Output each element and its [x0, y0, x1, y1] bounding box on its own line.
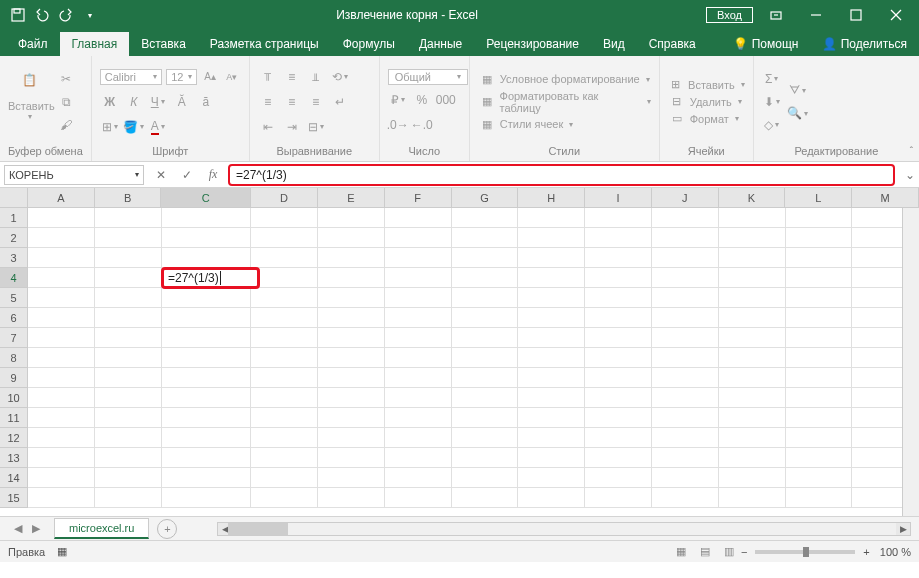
underline-button[interactable]: Ч▾	[148, 92, 168, 112]
tab-file[interactable]: Файл	[6, 32, 60, 56]
qat-dropdown-icon[interactable]: ▾	[82, 7, 98, 23]
border-icon[interactable]: ⊞▾	[100, 117, 120, 137]
save-icon[interactable]	[10, 7, 26, 23]
cells-area[interactable]: =27^(1/3)	[28, 208, 919, 508]
tab-review[interactable]: Рецензирование	[474, 32, 591, 56]
row-header[interactable]: 9	[0, 368, 28, 388]
column-header[interactable]: K	[719, 188, 786, 207]
formula-input[interactable]: =27^(1/3)	[228, 164, 895, 186]
increase-font-icon[interactable]: A▴	[201, 67, 219, 87]
ribbon-options-icon[interactable]	[759, 0, 793, 30]
find-icon[interactable]: 🔍▾	[788, 103, 808, 123]
italic-button[interactable]: К	[124, 92, 144, 112]
tab-layout[interactable]: Разметка страницы	[198, 32, 331, 56]
row-header[interactable]: 3	[0, 248, 28, 268]
row-header[interactable]: 14	[0, 468, 28, 488]
copy-icon[interactable]: ⧉	[56, 92, 76, 112]
zoom-slider[interactable]	[755, 550, 855, 554]
column-header[interactable]: A	[28, 188, 95, 207]
bold-button[interactable]: Ж	[100, 92, 120, 112]
increase-decimal-icon[interactable]: .0→	[388, 115, 408, 135]
paste-button[interactable]: 📋 Вставить ▾	[8, 60, 50, 143]
scroll-right-icon[interactable]: ▶	[896, 523, 910, 535]
row-header[interactable]: 8	[0, 348, 28, 368]
tab-formulas[interactable]: Формулы	[331, 32, 407, 56]
row-header[interactable]: 12	[0, 428, 28, 448]
view-normal-icon[interactable]: ▦	[669, 545, 693, 558]
collapse-ribbon-icon[interactable]: ˆ	[910, 146, 913, 157]
column-header[interactable]: J	[652, 188, 719, 207]
tab-insert[interactable]: Вставка	[129, 32, 198, 56]
row-header[interactable]: 6	[0, 308, 28, 328]
scroll-thumb[interactable]	[228, 523, 288, 535]
align-top-icon[interactable]: ⫪	[258, 67, 278, 87]
name-box[interactable]: КОРЕНЬ▾	[4, 165, 144, 185]
row-header[interactable]: 7	[0, 328, 28, 348]
column-header[interactable]: M	[852, 188, 919, 207]
row-header[interactable]: 10	[0, 388, 28, 408]
minimize-button[interactable]	[799, 0, 833, 30]
tab-view[interactable]: Вид	[591, 32, 637, 56]
orientation-icon[interactable]: ⟲▾	[330, 67, 350, 87]
zoom-level[interactable]: 100 %	[880, 546, 911, 558]
row-header[interactable]: 11	[0, 408, 28, 428]
login-button[interactable]: Вход	[706, 7, 753, 23]
vertical-scrollbar[interactable]	[902, 208, 919, 516]
column-header[interactable]: C	[161, 188, 251, 207]
sheet-tab-active[interactable]: microexcel.ru	[54, 518, 149, 539]
enter-formula-button[interactable]: ✓	[174, 168, 200, 182]
fill-icon[interactable]: ⬇▾	[762, 92, 782, 112]
column-header[interactable]: I	[585, 188, 652, 207]
wrap-text-icon[interactable]: ↵	[330, 92, 350, 112]
sheet-next-icon[interactable]: ▶	[32, 522, 40, 535]
select-all-corner[interactable]	[0, 188, 28, 207]
column-header[interactable]: G	[452, 188, 519, 207]
autosum-icon[interactable]: Σ▾	[762, 69, 782, 89]
column-header[interactable]: D	[251, 188, 318, 207]
row-header[interactable]: 2	[0, 228, 28, 248]
format-cells-button[interactable]: ▭Формат▾	[668, 111, 745, 126]
macro-record-icon[interactable]: ▦	[57, 545, 67, 558]
tab-tell-me[interactable]: 💡 Помощн	[721, 32, 810, 56]
zoom-in-button[interactable]: +	[863, 546, 869, 558]
decrease-indent-icon[interactable]: ⇤	[258, 117, 278, 137]
align-right-icon[interactable]: ≡	[306, 92, 326, 112]
zoom-out-button[interactable]: −	[741, 546, 747, 558]
font-name-select[interactable]: Calibri▾	[100, 69, 163, 85]
row-header[interactable]: 1	[0, 208, 28, 228]
decrease-decimal-icon[interactable]: ←.0	[412, 115, 432, 135]
sheet-prev-icon[interactable]: ◀	[14, 522, 22, 535]
increase-font-2-icon[interactable]: Ă	[172, 92, 192, 112]
close-button[interactable]	[879, 0, 913, 30]
align-center-icon[interactable]: ≡	[282, 92, 302, 112]
undo-icon[interactable]	[34, 7, 50, 23]
tab-help[interactable]: Справка	[637, 32, 708, 56]
column-header[interactable]: E	[318, 188, 385, 207]
decrease-font-icon[interactable]: A▾	[223, 67, 241, 87]
tab-home[interactable]: Главная	[60, 32, 130, 56]
align-middle-icon[interactable]: ≡	[282, 67, 302, 87]
sort-filter-icon[interactable]: ᗊ▾	[788, 80, 808, 100]
active-cell-editor[interactable]: =27^(1/3)	[161, 267, 260, 289]
view-page-layout-icon[interactable]: ▤	[693, 545, 717, 558]
align-left-icon[interactable]: ≡	[258, 92, 278, 112]
maximize-button[interactable]	[839, 0, 873, 30]
insert-cells-button[interactable]: ⊞Вставить▾	[668, 77, 745, 92]
row-header[interactable]: 4	[0, 268, 28, 288]
tab-data[interactable]: Данные	[407, 32, 474, 56]
row-header[interactable]: 15	[0, 488, 28, 508]
comma-icon[interactable]: 000	[436, 90, 456, 110]
insert-function-button[interactable]: fx	[200, 167, 226, 182]
align-bottom-icon[interactable]: ⫫	[306, 67, 326, 87]
format-as-table-button[interactable]: ▦Форматировать как таблицу▾	[478, 89, 651, 115]
horizontal-scrollbar[interactable]: ◀ ▶	[217, 522, 911, 536]
row-header[interactable]: 5	[0, 288, 28, 308]
increase-indent-icon[interactable]: ⇥	[282, 117, 302, 137]
expand-formula-bar-icon[interactable]: ⌄	[901, 168, 919, 182]
column-header[interactable]: F	[385, 188, 452, 207]
row-header[interactable]: 13	[0, 448, 28, 468]
view-page-break-icon[interactable]: ▥	[717, 545, 741, 558]
format-painter-icon[interactable]: 🖌	[56, 115, 76, 135]
cell-styles-button[interactable]: ▦Стили ячеек▾	[478, 117, 651, 132]
column-header[interactable]: L	[785, 188, 852, 207]
